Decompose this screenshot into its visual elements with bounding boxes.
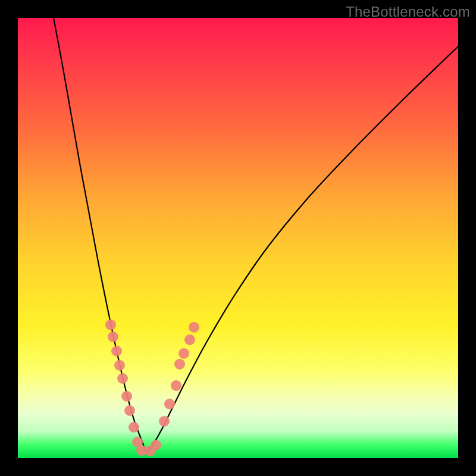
curves-svg [18, 18, 458, 458]
marker-point [184, 334, 195, 345]
marker-point [174, 359, 185, 369]
marker-point [178, 348, 189, 359]
marker-point [105, 320, 116, 330]
marker-point [164, 399, 175, 409]
marker-point [159, 416, 170, 427]
plot-area [18, 18, 458, 458]
right-branch-curve [146, 46, 458, 452]
marker-point [114, 360, 125, 371]
chart-frame: TheBottleneck.com [0, 0, 476, 476]
marker-group [105, 320, 199, 456]
left-branch-curve [54, 18, 146, 452]
marker-point [124, 405, 135, 416]
marker-point [189, 322, 199, 333]
marker-point [121, 391, 132, 402]
marker-point [129, 422, 139, 433]
marker-point [108, 331, 118, 342]
marker-point [171, 380, 181, 391]
marker-point [111, 346, 122, 356]
marker-point [151, 440, 161, 450]
marker-point [117, 373, 128, 384]
